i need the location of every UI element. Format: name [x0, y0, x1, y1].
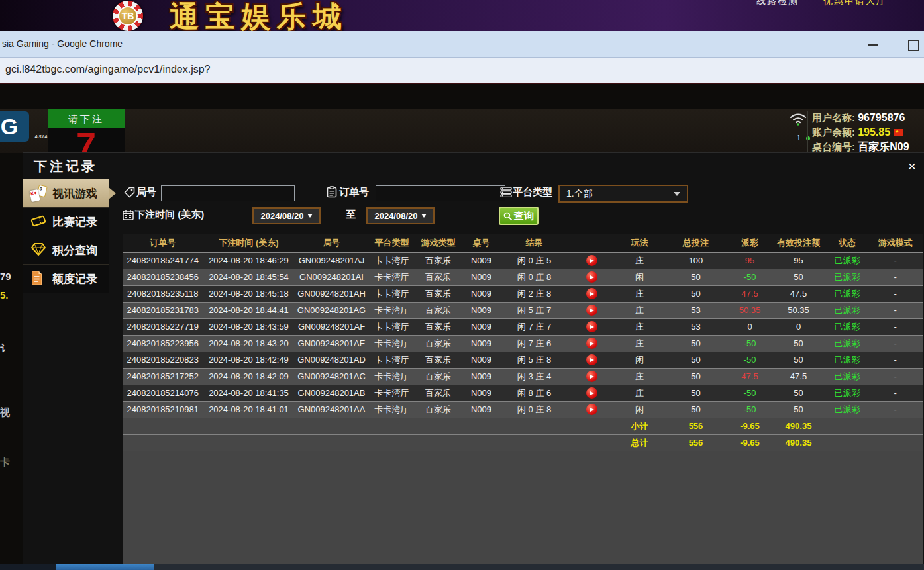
cell-game-mode: - [868, 302, 923, 318]
cell-replay [567, 335, 617, 352]
cell-total-bet: 50 [663, 385, 729, 401]
table-row: 2408201852317832024-08-20 18:44:41GN0092… [123, 302, 923, 318]
site-title: 通宝娱乐城 [170, 0, 348, 31]
sidebar-item-credit-records[interactable]: 额度记录 [23, 265, 109, 293]
cell-game-type: 百家乐 [416, 252, 461, 269]
cell-order-number: 240820185227719 [123, 318, 203, 335]
promo-hall-link[interactable]: 优惠申请大厅 [823, 0, 887, 7]
replay-button[interactable] [586, 338, 597, 349]
cell-replay [567, 252, 617, 269]
asia-gaming-logo: G [0, 111, 29, 142]
user-name-row: 用户名称: 96795876 [812, 111, 909, 125]
table-header-row: 订单号下注时间 (美东)局号平台类型游戏类型桌号结果玩法总投注派彩有效投注额状态… [123, 234, 923, 252]
cell-replay [567, 285, 617, 302]
cell-game-type: 百家乐 [416, 335, 461, 352]
cell-status: 已派彩 [827, 252, 868, 269]
cell-bet-side: 庄 [617, 285, 663, 302]
sidebar-item-label: 额度记录 [52, 271, 97, 287]
cell-platform-type: 卡卡湾厅 [368, 318, 416, 335]
replay-button[interactable] [586, 404, 597, 415]
cell-table-number: N009 [461, 368, 502, 385]
cell-table-number: N009 [461, 252, 502, 269]
cell-payout: 47.5 [729, 285, 771, 302]
cell-valid-bet: 47.5 [771, 285, 827, 302]
totals-total-bet: 556 [663, 434, 729, 451]
cell-result: 闲 7 庄 6 [502, 335, 567, 352]
china-flag-icon [894, 129, 903, 136]
totals-valid-bet: 490.35 [771, 418, 827, 434]
cell-payout: -50 [729, 385, 771, 401]
cell-result: 闲 5 庄 8 [502, 352, 567, 368]
column-header: 游戏模式 [868, 234, 923, 252]
cell-round-number: GN009248201AF [295, 318, 368, 335]
cell-replay [567, 385, 617, 401]
window-title: sia Gaming - Google Chrome [2, 38, 123, 49]
replay-button[interactable] [586, 371, 597, 382]
round-number-input[interactable] [161, 185, 295, 201]
cell-game-mode: - [868, 285, 923, 302]
background-text-fragment: 视 [0, 406, 10, 419]
replay-button[interactable] [586, 321, 597, 332]
totals-spacer [123, 434, 617, 451]
replay-button[interactable] [586, 288, 597, 299]
sidebar-item-points-query[interactable]: 积分查询 [23, 236, 109, 265]
play-icon [590, 358, 594, 362]
cell-platform-type: 卡卡湾厅 [368, 335, 416, 352]
sidebar-item-video-games[interactable]: 9 K♥ 视讯游戏 [23, 179, 109, 208]
cell-valid-bet: 50 [771, 269, 827, 285]
column-header: 有效投注额 [771, 234, 827, 252]
replay-button[interactable] [586, 255, 597, 266]
search-button[interactable]: 查询 [499, 207, 539, 225]
table-body: 2408201852417742024-08-20 18:46:29GN0092… [123, 252, 923, 451]
site-logo: TB [113, 1, 143, 31]
cards-icon: 9 K♥ [30, 185, 46, 201]
cell-bet-time: 2024-08-20 18:43:20 [203, 335, 295, 352]
column-header: 局号 [295, 234, 368, 252]
line-check-link[interactable]: 线路检测 [756, 0, 799, 7]
table-row: 2408201852417742024-08-20 18:46:29GN0092… [123, 252, 923, 269]
date-from-picker[interactable]: 2024/08/20 [252, 207, 321, 224]
cell-round-number: GN009248201AC [295, 368, 368, 385]
cell-total-bet: 53 [663, 318, 729, 335]
cell-status: 已派彩 [827, 335, 868, 352]
cell-bet-side: 庄 [617, 302, 663, 318]
play-icon [590, 259, 594, 263]
column-header: 下注时间 (美东) [203, 234, 295, 252]
column-header [567, 234, 617, 252]
scrollbar-thumb[interactable] [56, 564, 154, 570]
cell-result: 闲 8 庄 6 [502, 385, 567, 401]
screen: TB 通宝娱乐城 线路检测 优惠申请大厅 sia Gaming - Google… [0, 0, 924, 570]
replay-button[interactable] [586, 354, 597, 365]
maximize-button[interactable] [898, 31, 924, 57]
cell-valid-bet: 47.5 [771, 368, 827, 385]
date-to-picker[interactable]: 2024/08/20 [366, 207, 435, 224]
minimize-button[interactable] [858, 31, 888, 57]
cell-round-number: GN009248201AH [295, 285, 368, 302]
cell-game-mode: - [868, 368, 923, 385]
replay-button[interactable] [586, 387, 597, 399]
cell-game-type: 百家乐 [416, 285, 461, 302]
platform-type-select[interactable]: 1.全部 [558, 185, 688, 203]
close-icon[interactable]: × [904, 158, 920, 174]
cell-bet-side: 闲 [617, 401, 663, 418]
user-name-value: 96795876 [858, 112, 905, 123]
cell-table-number: N009 [461, 352, 502, 368]
sidebar-item-match-records[interactable]: 比赛记录 [23, 208, 109, 236]
horizontal-scrollbar[interactable] [0, 564, 924, 570]
order-number-input[interactable] [376, 185, 505, 201]
cell-payout: -50 [729, 335, 771, 352]
replay-button[interactable] [586, 271, 597, 283]
table-row: 2408201852172522024-08-20 18:42:09GN0092… [123, 368, 923, 385]
replay-button[interactable] [586, 305, 597, 316]
background-text-fragment: 5. [0, 289, 9, 301]
cell-payout: 95 [729, 252, 771, 269]
platform-type-value: 1.全部 [566, 188, 593, 200]
cell-round-number: GN009248201AE [295, 335, 368, 352]
cell-bet-time: 2024-08-20 18:45:18 [203, 285, 295, 302]
cell-payout: -50 [729, 269, 771, 285]
cell-total-bet: 53 [663, 302, 729, 318]
chrome-address-bar[interactable]: gci.l842tbgc.com/agingame/pcv1/index.jsp… [0, 58, 924, 84]
cell-table-number: N009 [461, 269, 502, 285]
cell-total-bet: 50 [663, 401, 729, 418]
cell-bet-time: 2024-08-20 18:42:09 [203, 368, 295, 385]
